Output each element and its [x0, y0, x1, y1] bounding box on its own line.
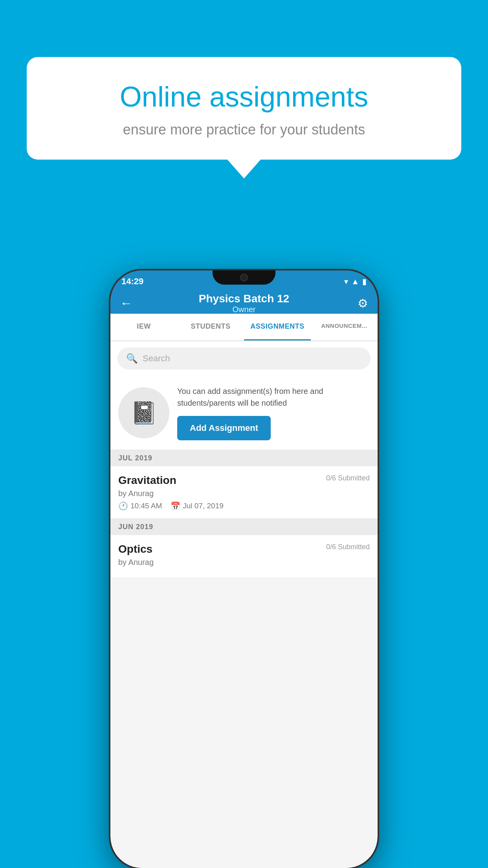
time-meta: 🕐 10:45 AM — [118, 501, 162, 511]
tab-students[interactable]: STUDENTS — [177, 314, 244, 340]
notch — [213, 270, 275, 285]
search-bar[interactable]: 🔍 Search — [117, 348, 371, 370]
assignment-row1: Gravitation 0/6 Submitted — [118, 474, 370, 487]
status-time: 14:29 — [121, 276, 143, 287]
month-separator-jul: JUL 2019 — [110, 450, 378, 466]
assignment-icon-circle: 📓 — [118, 387, 169, 438]
app-bar-subtitle: Owner — [139, 305, 349, 314]
add-assignment-button[interactable]: Add Assignment — [177, 416, 271, 440]
app-screen: 14:29 ▾ ▲ ▮ ← Physics Batch 12 Owner ⚙ I… — [110, 270, 378, 868]
signal-icon: ▲ — [351, 277, 359, 286]
date-meta: 📅 Jul 07, 2019 — [171, 501, 224, 511]
month-label-jul: JUL 2019 — [118, 454, 152, 462]
phone-frame: 14:29 ▾ ▲ ▮ ← Physics Batch 12 Owner ⚙ I… — [110, 270, 378, 868]
calendar-icon: 📅 — [171, 501, 180, 511]
back-button[interactable]: ← — [120, 296, 139, 311]
speech-bubble-container: Online assignments ensure more practice … — [27, 57, 461, 160]
app-bar-title: Physics Batch 12 — [139, 292, 349, 305]
app-bar-center: Physics Batch 12 Owner — [139, 292, 349, 314]
assignment-optics-submitted: 0/6 Submitted — [326, 543, 370, 551]
assignment-item-optics[interactable]: Optics 0/6 Submitted by Anurag — [110, 535, 378, 578]
settings-button[interactable]: ⚙ — [349, 296, 368, 310]
assignment-optics-author: by Anurag — [118, 558, 370, 567]
tab-iew[interactable]: IEW — [110, 314, 177, 340]
assignment-meta: 🕐 10:45 AM 📅 Jul 07, 2019 — [118, 501, 370, 511]
assignment-optics-name: Optics — [118, 543, 152, 555]
battery-icon: ▮ — [362, 277, 367, 286]
notebook-icon: 📓 — [130, 400, 158, 426]
tab-assignments[interactable]: ASSIGNMENTS — [244, 314, 311, 340]
add-assignment-section: 📓 You can add assignment(s) from here an… — [110, 376, 378, 450]
status-icons: ▾ ▲ ▮ — [344, 277, 367, 286]
camera — [240, 274, 248, 281]
bubble-title: Online assignments — [54, 81, 434, 113]
assignment-optics-row1: Optics 0/6 Submitted — [118, 543, 370, 555]
search-container: 🔍 Search — [110, 341, 378, 376]
clock-icon: 🕐 — [118, 501, 128, 511]
assignment-item-gravitation[interactable]: Gravitation 0/6 Submitted by Anurag 🕐 10… — [110, 466, 378, 519]
month-label-jun: JUN 2019 — [118, 523, 153, 531]
assignment-submitted: 0/6 Submitted — [326, 474, 370, 482]
assignment-time: 10:45 AM — [130, 502, 162, 510]
tabs-container: IEW STUDENTS ASSIGNMENTS ANNOUNCEM... — [110, 314, 378, 341]
assignment-author: by Anurag — [118, 489, 370, 498]
wifi-icon: ▾ — [344, 277, 348, 286]
search-icon: 🔍 — [126, 353, 138, 364]
assignment-name: Gravitation — [118, 474, 176, 487]
assignment-date: Jul 07, 2019 — [183, 502, 224, 510]
bubble-subtitle: ensure more practice for your students — [54, 121, 434, 138]
month-separator-jun: JUN 2019 — [110, 519, 378, 535]
add-assignment-description: You can add assignment(s) from here and … — [177, 385, 370, 409]
speech-bubble: Online assignments ensure more practice … — [27, 57, 461, 160]
add-assignment-content: You can add assignment(s) from here and … — [177, 385, 370, 440]
tab-announcements[interactable]: ANNOUNCEM... — [311, 314, 378, 340]
search-placeholder: Search — [143, 353, 170, 364]
